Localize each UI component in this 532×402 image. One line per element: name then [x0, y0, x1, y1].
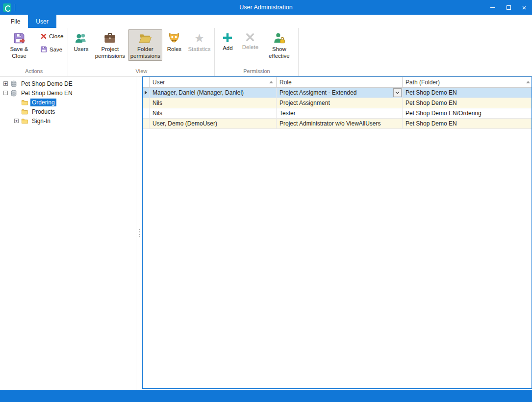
close-icon: × [522, 4, 527, 11]
column-header-role[interactable]: Role [277, 77, 403, 87]
table-row[interactable]: Manager, Daniel (Manager, Daniel) Projec… [143, 88, 532, 98]
cell-role[interactable]: Project Administrator w/o ViewAllUsers [277, 119, 403, 128]
folder-tree: + Pet Shop Demo DE - Pet Shop Demo EN [0, 76, 136, 390]
sort-asc-icon [269, 81, 273, 83]
role-dropdown-button[interactable] [393, 88, 402, 97]
table-row[interactable]: Nils Project Assignment Pet Shop Demo EN [143, 98, 532, 108]
minimize-icon [490, 7, 495, 8]
row-indicator-header [143, 77, 150, 87]
collapse-icon[interactable]: - [3, 91, 8, 95]
ribbon: Save & Close Close [0, 28, 532, 76]
group-label-permission: Permission [215, 68, 298, 76]
group-label-actions: Actions [0, 68, 68, 76]
column-header-path[interactable]: Path (Folder) [403, 77, 532, 87]
tree-node-sign-in[interactable]: + Sign-In [0, 116, 136, 126]
window-title: User Administration [0, 4, 532, 11]
cell-role[interactable]: Project Assignment [277, 98, 403, 108]
save-icon [40, 46, 48, 53]
row-indicator [143, 98, 150, 108]
row-indicator [143, 119, 150, 128]
permissions-grid: User Role Path (Folder) Manager, Daniel … [142, 76, 532, 389]
column-header-user[interactable]: User [150, 77, 277, 87]
cell-role-editor[interactable]: Project Assigment - Extended [277, 88, 403, 98]
tree-node-products[interactable]: Products [0, 107, 136, 116]
close-file-button[interactable]: Close [39, 30, 66, 42]
plus-icon [222, 32, 233, 44]
folder-icon [21, 108, 28, 115]
expand-icon[interactable]: + [14, 119, 19, 123]
users-icon [75, 32, 87, 45]
table-row[interactable]: Nils Tester Pet Shop Demo EN/Ordering [143, 108, 532, 119]
show-effective-button[interactable]: Show effective [262, 29, 296, 61]
sort-asc-icon [526, 81, 530, 83]
grid-header: User Role Path (Folder) [143, 77, 532, 88]
cell-path[interactable]: Pet Shop Demo EN/Ordering [403, 108, 532, 118]
titlebar[interactable]: User Administration × [0, 0, 532, 15]
folder-permissions-button[interactable]: Folder permissions [128, 29, 162, 61]
cell-path[interactable]: Pet Shop Demo EN [403, 88, 532, 98]
splitter-dots-icon [139, 229, 140, 237]
database-icon [10, 80, 17, 87]
star-icon: ★ [194, 32, 205, 45]
cell-user[interactable]: Nils [150, 108, 277, 118]
tree-node-ordering[interactable]: Ordering [0, 98, 136, 107]
splitter-handle[interactable] [136, 76, 142, 390]
cell-role[interactable]: Tester [277, 108, 403, 118]
roles-button[interactable]: Roles [163, 29, 185, 54]
group-label-view: View [68, 68, 214, 76]
cell-user[interactable]: User, Demo (DemoUser) [150, 119, 277, 128]
current-row-icon [145, 91, 147, 95]
ribbon-group-permission: Add Delete Show effective [215, 28, 299, 76]
save-and-close-button[interactable]: Save & Close [2, 29, 36, 61]
tab-file[interactable]: File [3, 15, 28, 28]
folder-icon [21, 99, 28, 106]
tree-node-pet-shop-demo-de[interactable]: + Pet Shop Demo DE [0, 79, 136, 88]
project-permissions-button[interactable]: Project permissions [93, 29, 127, 61]
cell-path[interactable]: Pet Shop Demo EN [403, 119, 532, 128]
folder-icon [21, 118, 28, 125]
cell-path[interactable]: Pet Shop Demo EN [403, 98, 532, 108]
minimize-button[interactable] [485, 0, 501, 15]
expand-icon[interactable]: + [3, 81, 8, 86]
ribbon-tab-row: File User [0, 15, 532, 28]
status-bar [0, 390, 532, 402]
maximize-icon [507, 5, 511, 10]
delete-x-icon [245, 32, 255, 43]
cell-user[interactable]: Manager, Daniel (Manager, Daniel) [150, 88, 277, 98]
open-folder-icon [139, 32, 152, 45]
tab-user[interactable]: User [28, 15, 56, 28]
users-button[interactable]: Users [70, 29, 92, 54]
close-red-icon [40, 33, 47, 40]
ribbon-group-view: Users Project permissions [68, 28, 215, 76]
main-area: + Pet Shop Demo DE - Pet Shop Demo EN [0, 76, 532, 390]
statistics-button: ★ Statistics [186, 29, 212, 54]
save-close-icon [13, 32, 25, 45]
ribbon-group-actions: Save & Close Close [0, 28, 68, 76]
delete-permission-button: Delete [239, 29, 261, 52]
database-icon [10, 90, 17, 97]
tree-node-pet-shop-demo-en[interactable]: - Pet Shop Demo EN [0, 88, 136, 98]
person-lock-icon [273, 32, 285, 45]
cell-user[interactable]: Nils [150, 98, 277, 108]
mask-icon [168, 32, 180, 45]
maximize-button[interactable] [501, 0, 516, 15]
row-indicator [143, 88, 150, 98]
save-button[interactable]: Save [39, 44, 66, 55]
briefcase-icon [103, 32, 116, 45]
row-indicator [143, 108, 150, 118]
add-permission-button[interactable]: Add [217, 29, 238, 53]
table-row[interactable]: User, Demo (DemoUser) Project Administra… [143, 119, 532, 129]
close-button[interactable]: × [516, 0, 532, 15]
